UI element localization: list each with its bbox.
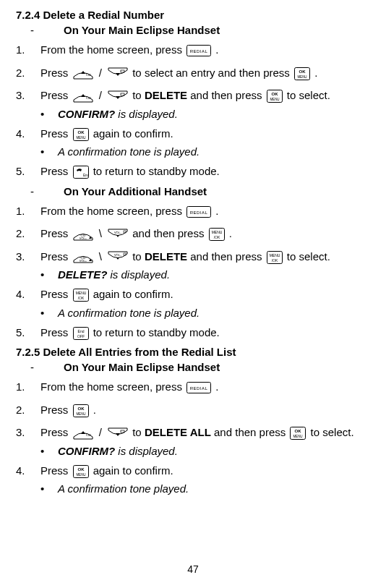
menu-ok-key-icon [209, 228, 225, 241]
ok-menu-key-icon [294, 67, 310, 80]
num [16, 250, 40, 263]
nav-down-key-icon [108, 67, 128, 80]
num [16, 426, 40, 438]
num [16, 464, 40, 477]
t: . [93, 404, 96, 416]
num [16, 288, 40, 300]
nav-up-key-icon [73, 67, 93, 80]
sub-main-label: On Your Main Eclipse Handset [64, 361, 220, 373]
bullet: CONFIRM? is displayed. [16, 445, 370, 457]
num [16, 380, 40, 393]
t: again to confirm. [93, 288, 173, 300]
t: Press [40, 127, 72, 140]
t: Press [40, 326, 72, 338]
nav-up-key-icon [73, 427, 93, 440]
sub-add-label: On Your Additional Handset [64, 185, 207, 197]
vol-up-key-icon [73, 229, 93, 241]
t: to select. [287, 250, 330, 263]
section-725-heading: 7.2.5 Delete All Entries from the Redial… [16, 346, 370, 358]
vol-up-key-icon [73, 251, 93, 263]
t: Press [40, 288, 72, 300]
confirm-label: CONFIRM? [58, 445, 115, 457]
dot-icon [40, 108, 58, 120]
ok-menu-key-icon [73, 404, 89, 417]
step-4: Press again to confirm. [40, 124, 370, 143]
t: . [229, 227, 232, 239]
dash: - [16, 24, 64, 36]
vol-down-key-icon [108, 229, 128, 241]
t: and then press [214, 426, 288, 438]
ok-menu-key-icon [290, 427, 306, 440]
menu-ok-key-icon [267, 251, 283, 264]
dash: - [16, 185, 64, 197]
redial-key-icon [186, 206, 211, 218]
t: Press [40, 89, 72, 101]
step-5: Press to return to standby mode. [40, 162, 370, 181]
sub-main-row-725: - On Your Main Eclipse Handset [16, 361, 370, 373]
t: again to confirm. [93, 127, 173, 140]
t: From the home screen, press [40, 43, 185, 56]
confirm-label: CONFIRM? [58, 108, 115, 120]
t: to select an entry and then press [132, 67, 293, 79]
ok-menu-key-icon [73, 128, 89, 141]
slash: / [99, 67, 102, 79]
bullet-text: A confirmation tone is played. [58, 307, 370, 319]
list-724-main: From the home screen, press . Press / to… [16, 41, 370, 181]
bullet: DELETE? is displayed. [16, 268, 370, 281]
dot-icon [40, 145, 58, 158]
t: again to confirm. [93, 464, 173, 477]
step-1: From the home screen, press . [40, 202, 370, 221]
t: is displayed. [115, 445, 178, 457]
backslash: \ [99, 250, 102, 263]
delete-label: DELETE [145, 89, 187, 101]
step-3: Press \ to DELETE and then press to sele… [40, 247, 370, 266]
num [16, 227, 40, 239]
t: is displayed. [115, 108, 178, 120]
bullet-text: CONFIRM? is displayed. [58, 108, 370, 120]
end-off-key-icon [73, 327, 89, 340]
redial-key-icon [186, 382, 211, 393]
bullet: A confirmation tone played. [16, 482, 370, 495]
t: to return to standby mode. [93, 165, 220, 177]
end-key-icon [73, 166, 89, 179]
t: Press [40, 67, 72, 79]
num [16, 205, 40, 217]
nav-up-key-icon [73, 90, 93, 103]
step-4: Press again to confirm. [40, 285, 370, 304]
dot-icon [40, 482, 58, 495]
sub-main-row: - On Your Main Eclipse Handset [16, 24, 370, 36]
t: and then press [190, 89, 265, 101]
t: . [215, 43, 218, 56]
delete-all-label: DELETE ALL [145, 426, 211, 438]
step-1: From the home screen, press . [40, 41, 370, 59]
list-725: From the home screen, press . Press . Pr… [16, 378, 370, 495]
dash: - [16, 361, 64, 373]
t: to return to standby mode. [93, 326, 220, 338]
bullet-text: CONFIRM? is displayed. [58, 445, 370, 457]
t: Press [40, 250, 72, 263]
delete-q-label: DELETE? [58, 268, 107, 281]
bullet-text: A confirmation tone played. [58, 482, 370, 495]
t: From the home screen, press [40, 380, 185, 393]
bullet: CONFIRM? is displayed. [16, 108, 370, 120]
dot-icon [40, 268, 58, 281]
nav-down-key-icon [108, 90, 128, 103]
t: to select. [311, 426, 354, 438]
t: and then press [132, 227, 207, 239]
num [16, 326, 40, 338]
t: . [314, 67, 317, 79]
num [16, 43, 40, 56]
sub-add-row: - On Your Additional Handset [16, 185, 370, 197]
step-2: Press \ and then press . [40, 224, 370, 243]
t: From the home screen, press [40, 205, 185, 217]
t: to [132, 89, 145, 101]
t: and then press [190, 250, 265, 263]
list-724-add: From the home screen, press . Press \ an… [16, 202, 370, 342]
t: Press [40, 404, 72, 416]
step-3: Press / to DELETE and then press to sele… [40, 86, 370, 105]
menu-ok-key-icon [73, 289, 89, 302]
vol-down-key-icon [108, 251, 128, 263]
bullet: A confirmation tone is played. [16, 307, 370, 319]
redial-key-icon [186, 45, 211, 56]
t: . [215, 380, 218, 393]
